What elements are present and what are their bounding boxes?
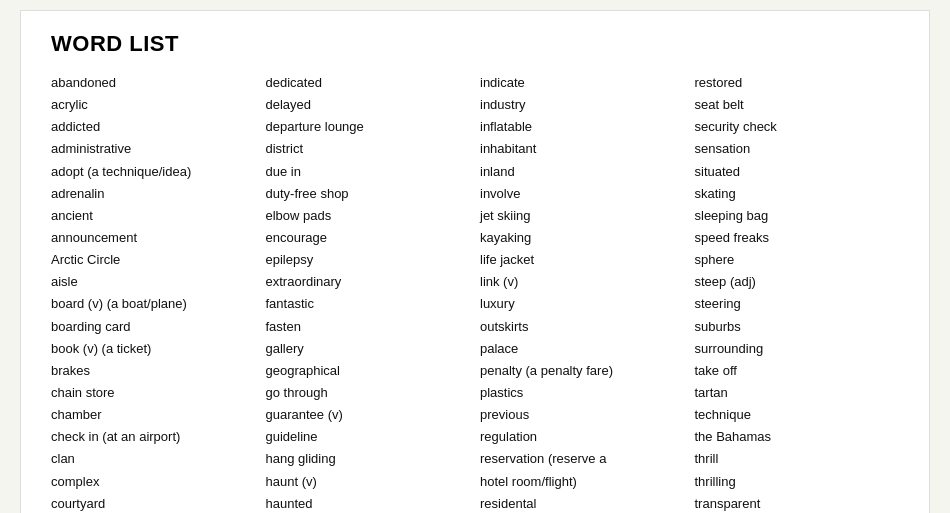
word-item: steering	[695, 294, 900, 314]
word-item: speed freaks	[695, 228, 900, 248]
word-item: previous	[480, 405, 685, 425]
word-item: reservation (reserve a	[480, 449, 685, 469]
word-item: courtyard	[51, 494, 256, 513]
word-item: encourage	[266, 228, 471, 248]
word-item: sensation	[695, 139, 900, 159]
word-item: clan	[51, 449, 256, 469]
word-item: elbow pads	[266, 206, 471, 226]
word-item: jet skiing	[480, 206, 685, 226]
page-title: WORD LIST	[51, 31, 899, 57]
word-item: due in	[266, 162, 471, 182]
word-item: palace	[480, 339, 685, 359]
column-2: dedicateddelayeddeparture loungedistrict…	[266, 73, 471, 513]
word-item: haunted	[266, 494, 471, 513]
word-item: dedicated	[266, 73, 471, 93]
word-item: plastics	[480, 383, 685, 403]
word-item: skating	[695, 184, 900, 204]
word-item: administrative	[51, 139, 256, 159]
word-item: book (v) (a ticket)	[51, 339, 256, 359]
word-item: ancient	[51, 206, 256, 226]
word-item: Arctic Circle	[51, 250, 256, 270]
word-item: geographical	[266, 361, 471, 381]
word-item: delayed	[266, 95, 471, 115]
word-item: duty-free shop	[266, 184, 471, 204]
word-item: inhabitant	[480, 139, 685, 159]
word-item: boarding card	[51, 317, 256, 337]
word-item: inflatable	[480, 117, 685, 137]
word-item: go through	[266, 383, 471, 403]
word-item: suburbs	[695, 317, 900, 337]
word-item: regulation	[480, 427, 685, 447]
word-item: link (v)	[480, 272, 685, 292]
word-item: inland	[480, 162, 685, 182]
word-item: fantastic	[266, 294, 471, 314]
word-item: chamber	[51, 405, 256, 425]
word-grid: abandonedacrylicaddictedadministrativead…	[51, 73, 899, 513]
word-item: addicted	[51, 117, 256, 137]
word-item: surrounding	[695, 339, 900, 359]
word-item: take off	[695, 361, 900, 381]
word-item: life jacket	[480, 250, 685, 270]
word-item: board (v) (a boat/plane)	[51, 294, 256, 314]
word-item: security check	[695, 117, 900, 137]
word-item: seat belt	[695, 95, 900, 115]
column-4: restoredseat beltsecurity checksensation…	[695, 73, 900, 513]
word-item: departure lounge	[266, 117, 471, 137]
word-item: thrill	[695, 449, 900, 469]
word-item: technique	[695, 405, 900, 425]
word-item: complex	[51, 472, 256, 492]
word-item: epilepsy	[266, 250, 471, 270]
word-item: haunt (v)	[266, 472, 471, 492]
word-item: sphere	[695, 250, 900, 270]
word-item: check in (at an airport)	[51, 427, 256, 447]
word-item: aisle	[51, 272, 256, 292]
word-item: hang gliding	[266, 449, 471, 469]
word-item: penalty (a penalty fare)	[480, 361, 685, 381]
word-list-page: WORD LIST abandonedacrylicaddictedadmini…	[20, 10, 930, 513]
word-item: transparent	[695, 494, 900, 513]
word-item: kayaking	[480, 228, 685, 248]
column-1: abandonedacrylicaddictedadministrativead…	[51, 73, 256, 513]
word-item: outskirts	[480, 317, 685, 337]
word-item: adopt (a technique/idea)	[51, 162, 256, 182]
word-item: steep (adj)	[695, 272, 900, 292]
word-item: involve	[480, 184, 685, 204]
word-item: fasten	[266, 317, 471, 337]
word-item: thrilling	[695, 472, 900, 492]
word-item: brakes	[51, 361, 256, 381]
word-item: indicate	[480, 73, 685, 93]
word-item: residental	[480, 494, 685, 513]
word-item: sleeping bag	[695, 206, 900, 226]
word-item: guarantee (v)	[266, 405, 471, 425]
word-item: the Bahamas	[695, 427, 900, 447]
column-3: indicateindustryinflatableinhabitantinla…	[480, 73, 685, 513]
word-item: acrylic	[51, 95, 256, 115]
word-item: situated	[695, 162, 900, 182]
word-item: restored	[695, 73, 900, 93]
word-item: abandoned	[51, 73, 256, 93]
word-item: announcement	[51, 228, 256, 248]
word-item: luxury	[480, 294, 685, 314]
word-item: district	[266, 139, 471, 159]
word-item: extraordinary	[266, 272, 471, 292]
word-item: guideline	[266, 427, 471, 447]
word-item: industry	[480, 95, 685, 115]
word-item: hotel room/flight)	[480, 472, 685, 492]
word-item: adrenalin	[51, 184, 256, 204]
word-item: chain store	[51, 383, 256, 403]
word-item: gallery	[266, 339, 471, 359]
word-item: tartan	[695, 383, 900, 403]
